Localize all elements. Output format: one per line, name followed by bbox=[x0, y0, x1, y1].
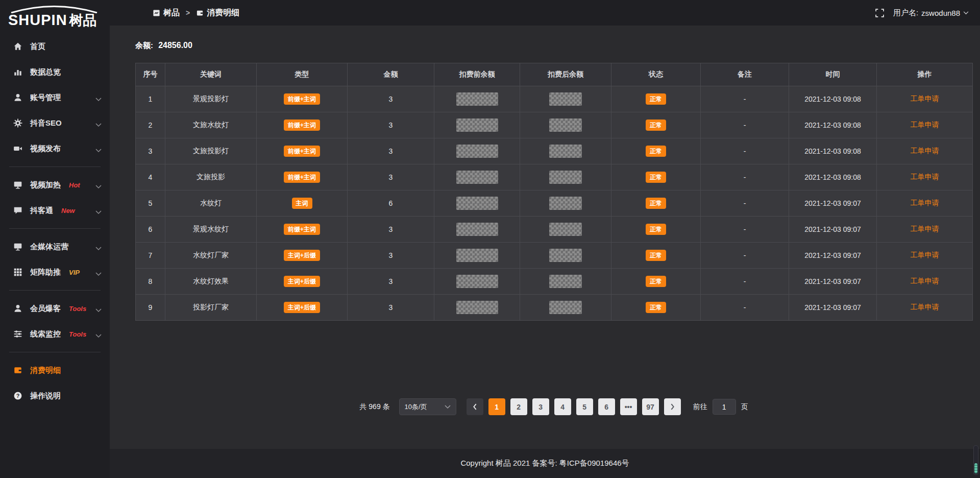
cell-seq: 7 bbox=[136, 243, 165, 269]
work-order-link[interactable]: 工单申请 bbox=[911, 199, 939, 207]
breadcrumb-label: 消费明细 bbox=[207, 8, 239, 18]
sidebar-item-all-media[interactable]: 全媒体运营 bbox=[0, 234, 110, 259]
cell-balance-after bbox=[520, 243, 611, 269]
cell-type: 主词+后缀 bbox=[257, 295, 348, 321]
cell-action: 工单申请 bbox=[877, 243, 973, 269]
chevron-down-icon bbox=[95, 182, 102, 190]
heat-monitor-icon bbox=[13, 180, 22, 189]
sidebar-item-video-publish[interactable]: 视频发布 bbox=[0, 136, 110, 161]
cell-seq: 4 bbox=[136, 164, 165, 190]
page-button-1[interactable]: 1 bbox=[488, 398, 505, 415]
status-badge: 正常 bbox=[646, 198, 666, 209]
main-column: 树品>消费明细 用户名: zswodun88 余额: 24856.00 bbox=[110, 0, 980, 478]
page-button-5[interactable]: 5 bbox=[576, 398, 593, 415]
fullscreen-icon[interactable] bbox=[875, 9, 884, 17]
sidebar-item-label: 操作说明 bbox=[30, 391, 61, 401]
cell-time: 2021-12-03 09:07 bbox=[789, 295, 877, 321]
page-button-6[interactable]: 6 bbox=[598, 398, 615, 415]
cell-action: 工单申请 bbox=[877, 86, 973, 112]
sidebar-item-video-heat[interactable]: 视频加热Hot bbox=[0, 172, 110, 198]
sidebar-item-member-burst[interactable]: 会员爆客Tools bbox=[0, 296, 110, 321]
goto-page-input[interactable] bbox=[713, 399, 736, 415]
sidebar-divider bbox=[9, 166, 101, 167]
table-row: 6景观水纹灯前缀+主词3正常-2021-12-03 09:07工单申请 bbox=[136, 217, 973, 243]
work-order-link[interactable]: 工单申请 bbox=[911, 277, 939, 285]
cell-keyword: 文旅投影灯 bbox=[165, 138, 257, 164]
status-badge: 正常 bbox=[646, 302, 666, 313]
scrollbar-thumb[interactable] bbox=[974, 463, 977, 473]
cell-status: 正常 bbox=[611, 86, 701, 112]
cell-balance-before bbox=[434, 86, 520, 112]
more-pages-button[interactable]: ••• bbox=[620, 398, 637, 415]
home-icon bbox=[13, 42, 22, 51]
table-row: 9投影灯厂家主词+后缀3正常-2021-12-03 09:07工单申请 bbox=[136, 295, 973, 321]
status-badge: 正常 bbox=[646, 250, 666, 261]
breadcrumb-item-shupin[interactable]: 树品 bbox=[153, 8, 180, 18]
sidebar-item-consume-detail[interactable]: 消费明细 bbox=[0, 357, 110, 383]
sidebar-item-operation-guide[interactable]: ?操作说明 bbox=[0, 383, 110, 409]
page-button-4[interactable]: 4 bbox=[554, 398, 571, 415]
username-dropdown[interactable]: 用户名: zswodun88 bbox=[893, 8, 969, 18]
work-order-link[interactable]: 工单申请 bbox=[911, 251, 939, 259]
cell-time: 2021-12-03 09:08 bbox=[789, 86, 877, 112]
type-badge: 前缀+主词 bbox=[284, 119, 320, 131]
breadcrumb-label: 树品 bbox=[163, 8, 180, 18]
cell-amount: 3 bbox=[348, 243, 434, 269]
column-header: 备注 bbox=[701, 63, 789, 86]
blurred-balance-after bbox=[549, 171, 582, 184]
table-row: 5水纹灯主词6正常-2021-12-03 09:07工单申请 bbox=[136, 190, 973, 217]
cell-time: 2021-12-03 09:07 bbox=[789, 243, 877, 269]
blurred-balance-before bbox=[456, 301, 498, 314]
page-button-2[interactable]: 2 bbox=[510, 398, 527, 415]
cell-status: 正常 bbox=[611, 112, 701, 138]
cell-time: 2021-12-03 09:07 bbox=[789, 217, 877, 243]
status-badge: 正常 bbox=[646, 146, 666, 157]
sidebar-item-label: 抖客通 bbox=[30, 206, 53, 216]
work-order-link[interactable]: 工单申请 bbox=[911, 94, 939, 103]
cell-balance-before bbox=[434, 112, 520, 138]
cell-status: 正常 bbox=[611, 295, 701, 321]
work-order-link[interactable]: 工单申请 bbox=[911, 173, 939, 181]
page-button-97[interactable]: 97 bbox=[642, 398, 659, 415]
page-button-3[interactable]: 3 bbox=[532, 398, 549, 415]
sidebar-item-clue-monitor[interactable]: 线索监控Tools bbox=[0, 321, 110, 347]
sidebar-item-label: 线索监控 bbox=[30, 329, 61, 339]
page-size-select[interactable]: 10条/页 bbox=[399, 398, 456, 415]
sidebar-item-data-overview[interactable]: 数据总览 bbox=[0, 59, 110, 85]
blurred-balance-before bbox=[456, 223, 498, 236]
cell-seq: 9 bbox=[136, 295, 165, 321]
work-order-link[interactable]: 工单申请 bbox=[911, 121, 939, 129]
scrollbar[interactable] bbox=[973, 445, 978, 475]
sidebar-item-douketong[interactable]: 抖客通New bbox=[0, 198, 110, 223]
cell-time: 2021-12-03 09:08 bbox=[789, 164, 877, 190]
blurred-balance-after bbox=[549, 92, 582, 106]
column-header: 时间 bbox=[789, 63, 877, 86]
sidebar-item-douyin-seo[interactable]: 抖音SEO bbox=[0, 110, 110, 136]
wallet-icon bbox=[13, 366, 22, 375]
sidebar-item-label: 消费明细 bbox=[30, 366, 61, 375]
bar-chart-icon bbox=[13, 67, 22, 77]
cell-type: 前缀+主词 bbox=[257, 164, 348, 190]
table-row: 1景观投影灯前缀+主词3正常-2021-12-03 09:08工单申请 bbox=[136, 86, 973, 112]
sidebar-item-home[interactable]: 首页 bbox=[0, 34, 110, 59]
table-row: 8水纹灯效果主词+后缀3正常-2021-12-03 09:07工单申请 bbox=[136, 269, 973, 295]
column-header: 关键词 bbox=[165, 63, 257, 86]
work-order-link[interactable]: 工单申请 bbox=[911, 225, 939, 233]
app-window: SHUPIN 树品 首页数据总览账号管理抖音SEO视频发布视频加热Hot抖客通N… bbox=[0, 0, 980, 478]
sidebar-item-account-manage[interactable]: 账号管理 bbox=[0, 85, 110, 110]
column-header: 金额 bbox=[348, 63, 434, 86]
cell-type: 主词+后缀 bbox=[257, 243, 348, 269]
prev-page-button[interactable] bbox=[467, 398, 483, 415]
cell-status: 正常 bbox=[611, 190, 701, 217]
table-row: 4文旅投影前缀+主词3正常-2021-12-03 09:08工单申请 bbox=[136, 164, 973, 190]
cell-remark: - bbox=[701, 112, 789, 138]
work-order-link[interactable]: 工单申请 bbox=[911, 147, 939, 155]
cell-balance-after bbox=[520, 217, 611, 243]
topbar: 树品>消费明细 用户名: zswodun88 bbox=[110, 0, 980, 26]
type-badge: 前缀+主词 bbox=[284, 93, 320, 105]
next-page-button[interactable] bbox=[664, 398, 681, 415]
sidebar-item-matrix-boost[interactable]: 矩阵助推VIP bbox=[0, 259, 110, 285]
breadcrumb-item-consume-detail[interactable]: 消费明细 bbox=[196, 8, 239, 18]
chevron-down-icon bbox=[95, 305, 102, 314]
work-order-link[interactable]: 工单申请 bbox=[911, 303, 939, 311]
